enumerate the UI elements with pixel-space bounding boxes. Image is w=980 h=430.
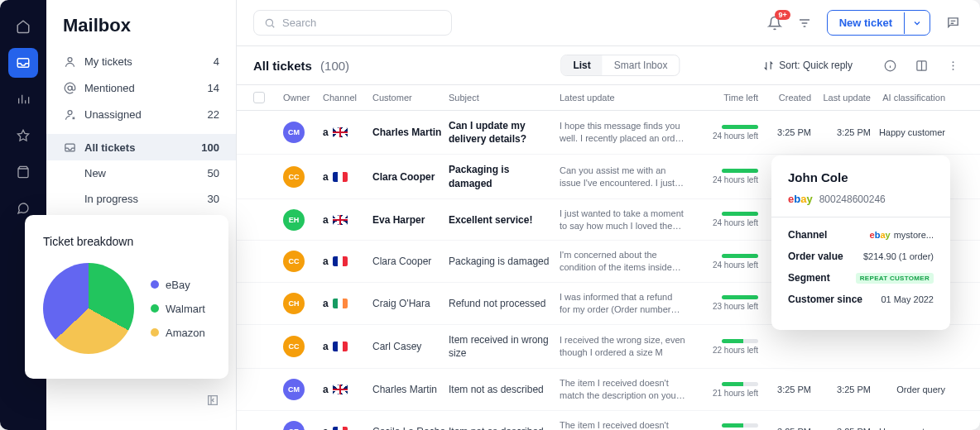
chevron-down-icon[interactable] <box>904 12 930 34</box>
segment-badge: REPEAT CUSTOMER <box>856 273 934 284</box>
bag-icon[interactable] <box>8 157 38 187</box>
amazon-icon: a <box>323 384 329 395</box>
flag-icon <box>333 215 348 225</box>
flag-icon <box>333 299 348 308</box>
ai-cell: Order query <box>871 385 945 394</box>
subject-cell: Can I update my delivery details? <box>449 119 560 146</box>
sidebar-item-in-progress[interactable]: In progress30 <box>46 186 236 212</box>
customer-cell: Craig O'Hara <box>372 298 449 309</box>
search-input[interactable]: Search <box>253 10 452 36</box>
created-cell: 3:25 PM <box>758 427 811 430</box>
star-icon[interactable] <box>8 121 38 150</box>
sort-button[interactable]: Sort: Quick reply <box>763 60 853 71</box>
time-left: 22 hours left <box>692 346 758 355</box>
user-icon <box>63 55 76 68</box>
inbox-icon[interactable] <box>8 48 38 78</box>
subject-cell: Excellent service! <box>449 213 560 227</box>
sort-icon <box>763 60 774 71</box>
time-left: 24 hours left <box>692 260 758 270</box>
time-bar <box>722 125 758 129</box>
sidebar-item-unassigned[interactable]: Unassigned22 <box>46 101 236 127</box>
customer-cell: Clara Cooper <box>372 171 449 183</box>
table-row[interactable]: CCaCarl CaseyItem received in wrong size… <box>237 325 980 369</box>
ai-cell: Happy customer <box>871 127 945 137</box>
time-left: 24 hours left <box>692 218 758 227</box>
inbox-icon <box>63 141 76 154</box>
amazon-icon: a <box>323 298 329 309</box>
time-bar <box>722 254 758 258</box>
svg-point-5 <box>266 19 272 26</box>
filter-icon[interactable] <box>794 12 815 34</box>
flag-icon <box>333 342 348 351</box>
time-bar <box>722 339 758 343</box>
sidebar-item-all-tickets[interactable]: All tickets100 <box>46 134 236 160</box>
header-row: All tickets (100) List Smart Inbox Sort:… <box>237 45 980 84</box>
channel-cell: a <box>323 298 372 309</box>
customer-name: John Cole <box>788 170 934 184</box>
sidebar-item-my-tickets[interactable]: My tickets4 <box>46 48 236 74</box>
new-ticket-button[interactable]: New ticket <box>827 10 930 36</box>
sidebar-item-new[interactable]: New50 <box>46 160 236 186</box>
latest-cell: I hope this message finds you well. I re… <box>560 120 692 145</box>
time-left: 23 hours left <box>692 302 758 311</box>
view-list[interactable]: List <box>561 55 602 75</box>
time-left: 24 hours left <box>692 175 758 184</box>
customer-card: John Cole ebay 800248600246 Channelebaym… <box>771 155 950 330</box>
topbar: Search 9+ New ticket <box>237 0 980 45</box>
message-icon[interactable] <box>942 12 963 34</box>
amazon-icon: a <box>323 426 329 430</box>
unassigned-icon <box>63 108 76 121</box>
collapse-icon[interactable] <box>46 385 236 415</box>
customer-cell: Eva Harper <box>372 214 449 226</box>
channel-cell: a <box>323 384 372 395</box>
pie-chart <box>43 263 134 354</box>
owner-avatar: EH <box>283 209 305 231</box>
channel-cell: a <box>323 171 372 183</box>
table-row[interactable]: CRaCecile La RocheItem not as describedT… <box>237 411 980 430</box>
amazon-icon: a <box>323 171 329 183</box>
ebay-logo-icon: ebay <box>788 193 813 205</box>
svg-point-9 <box>952 64 954 66</box>
owner-avatar: CM <box>283 379 305 400</box>
select-all-checkbox[interactable] <box>253 92 265 103</box>
sidebar-title: Mailbox <box>46 15 236 48</box>
view-smart[interactable]: Smart Inbox <box>603 55 680 75</box>
latest-cell: Can you assist me with an issue I've enc… <box>560 165 692 189</box>
table-header: Owner Channel Customer Subject Latest up… <box>237 84 980 111</box>
updated-cell: 3:25 PM <box>811 427 871 430</box>
owner-avatar: CR <box>283 421 305 430</box>
table-row[interactable]: CMaCharles MartinItem not as describedTh… <box>237 369 980 411</box>
subject-cell: Packaging is damaged <box>449 163 560 189</box>
updated-cell: 3:25 PM <box>811 385 871 394</box>
channel-cell: a <box>323 127 372 138</box>
layout-icon[interactable] <box>910 55 932 76</box>
owner-avatar: CC <box>283 336 305 357</box>
more-icon[interactable] <box>942 55 963 76</box>
table-row[interactable]: CMaCharles MartinCan I update my deliver… <box>237 111 980 155</box>
home-icon[interactable] <box>8 12 38 41</box>
customer-cell: Cecile La Roche <box>372 426 449 430</box>
owner-avatar: CC <box>283 166 305 188</box>
time-bar <box>722 423 758 428</box>
channel-cell: a <box>323 256 372 267</box>
legend-dot-icon <box>151 328 159 337</box>
analytics-icon[interactable] <box>8 84 38 114</box>
owner-avatar: CC <box>283 251 305 272</box>
notifications-badge: 9+ <box>775 10 790 20</box>
subject-cell: Item received in wrong size <box>449 333 560 360</box>
flag-icon <box>333 427 348 430</box>
legend-dot-icon <box>151 280 159 289</box>
ticket-breakdown-card: Ticket breakdown eBay Walmart Amazon <box>25 215 228 379</box>
latest-cell: I just wanted to take a moment to say ho… <box>560 208 692 232</box>
notifications-button[interactable]: 9+ <box>767 16 782 31</box>
sidebar-item-mentioned[interactable]: Mentioned14 <box>46 74 236 101</box>
time-bar <box>722 382 758 386</box>
updated-cell: 3:25 PM <box>811 127 871 137</box>
info-icon[interactable] <box>879 55 901 76</box>
breakdown-title: Ticket breakdown <box>43 235 210 248</box>
channel-cell: a <box>323 426 372 430</box>
customer-cell: Charles Martin <box>372 384 449 395</box>
subject-cell: Item not as described <box>449 425 560 430</box>
channel-cell: a <box>323 341 372 352</box>
svg-point-10 <box>952 68 954 69</box>
